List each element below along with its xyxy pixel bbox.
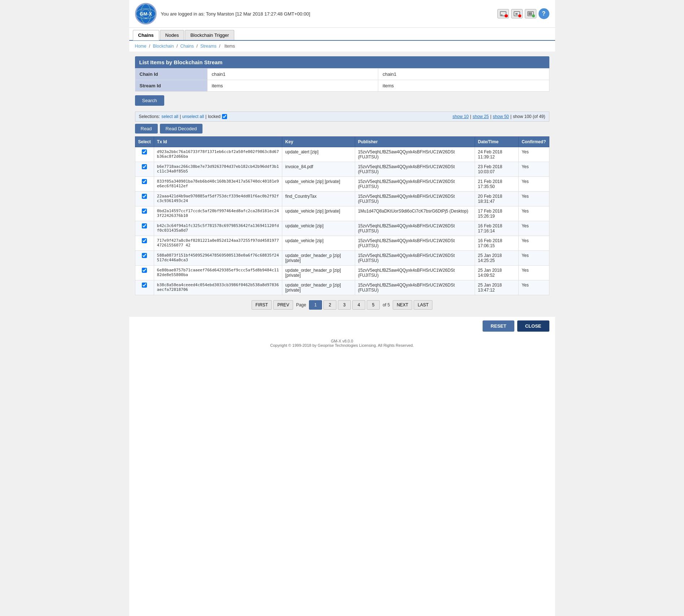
table-row: 0bd2a14597ccf17ccdc5af20bf997464ed8afc2c… <box>135 206 549 221</box>
row-checkbox-cell[interactable] <box>135 251 154 266</box>
row-checkbox-cell[interactable] <box>135 221 154 236</box>
row-confirmed: Yes <box>519 251 549 266</box>
row-checkbox[interactable] <box>142 149 147 154</box>
row-checkbox[interactable] <box>142 238 147 243</box>
table-body: d923a2bbc76a16733f78f1371eb6ccbf2a50fe00… <box>135 147 549 295</box>
page-first-button[interactable]: FIRST <box>252 300 272 310</box>
row-publisher: 15zvV5eqhLfBZ5aw4QQyxk4sBFHSrUC1W26DSt (… <box>355 177 475 192</box>
restore-button[interactable] <box>511 9 523 18</box>
row-checkbox-cell[interactable] <box>135 206 154 221</box>
show-sep1: | <box>470 114 471 119</box>
show10-link[interactable]: show 10 <box>453 114 469 119</box>
row-checkbox[interactable] <box>142 223 147 228</box>
row-checkbox-cell[interactable] <box>135 236 154 251</box>
row-tx-id: 6e80bae0757b71caaeef766d6429385ef9ccc5af… <box>154 266 282 280</box>
show25-link[interactable]: show 25 <box>472 114 489 119</box>
breadcrumb-items: Items <box>225 44 235 49</box>
page-3-button[interactable]: 3 <box>338 300 351 310</box>
row-datetime: 17 Feb 2018 15:26:19 <box>475 206 519 221</box>
page-2-button[interactable]: 2 <box>323 300 336 310</box>
help-button[interactable]: ? <box>539 8 549 19</box>
table-header-row: Select Tx Id Key Publisher Date/Time Con… <box>135 137 549 147</box>
row-key: find_CountryTax <box>282 192 355 206</box>
row-confirmed: Yes <box>519 147 549 162</box>
page-prev-button[interactable]: PREV <box>273 300 293 310</box>
sel-sep2: | <box>205 114 206 119</box>
tab-blockchain-trigger[interactable]: Blockchain Trigger <box>185 30 234 40</box>
page-4-button[interactable]: 4 <box>352 300 365 310</box>
page-of-label: of 5 <box>381 302 391 307</box>
page-5-button[interactable]: 5 <box>367 300 380 310</box>
page-next-button[interactable]: NEXT <box>393 300 412 310</box>
app-version: GM-X v8.0.0 <box>133 339 552 343</box>
row-checkbox[interactable] <box>142 194 147 199</box>
row-checkbox-cell[interactable] <box>135 192 154 206</box>
row-checkbox-cell[interactable] <box>135 177 154 192</box>
table-row: d923a2bbc76a16733f78f1371eb6ccbf2a50fe00… <box>135 147 549 162</box>
stream-id-value2: items <box>378 80 549 92</box>
row-checkbox[interactable] <box>142 253 147 258</box>
unselect-all-link[interactable]: unselect all <box>182 114 204 119</box>
stream-id-value1: items <box>207 80 378 92</box>
row-publisher: 15zvV5eqhLfBZ5aw4QQyxk4sBFHSrUC1W26DSt (… <box>355 251 475 266</box>
show-sep3: | <box>510 114 511 119</box>
row-checkbox-cell[interactable] <box>135 280 154 295</box>
row-datetime: 25 Jan 2018 13:47:12 <box>475 280 519 295</box>
row-checkbox-cell[interactable] <box>135 266 154 280</box>
row-checkbox[interactable] <box>142 179 147 184</box>
section-title: List Items by Blockchain Stream <box>135 56 549 68</box>
breadcrumb-blockchain[interactable]: Blockchain <box>153 44 174 49</box>
reset-button[interactable]: RESET <box>483 320 514 332</box>
header-icons: ? <box>497 8 549 19</box>
row-checkbox[interactable] <box>142 268 147 273</box>
row-tx-id: b38c8a50ea4ceeed4c054ebd3033cb3986f0462b… <box>154 280 282 295</box>
page-1-button[interactable]: 1 <box>309 300 322 310</box>
row-checkbox[interactable] <box>142 164 147 169</box>
breadcrumb-chains[interactable]: Chains <box>180 44 194 49</box>
info-table: Chain Id chain1 chain1 Stream Id items i… <box>135 68 549 92</box>
tab-chains[interactable]: Chains <box>133 30 159 40</box>
selection-bar: Selections: select all | unselect all | … <box>135 112 549 122</box>
row-datetime: 23 Feb 2018 10:03:07 <box>475 162 519 177</box>
row-publisher: 1Mu1d47Q8aDKtUorS9di6oCi7cK7bsrG6DtPj5 (… <box>355 206 475 221</box>
breadcrumb-sep4: / <box>219 44 222 49</box>
row-checkbox[interactable] <box>142 209 147 214</box>
show-sep2: | <box>490 114 491 119</box>
stream-id-row: Stream Id items items <box>135 80 549 92</box>
locked-checkbox[interactable] <box>222 114 227 119</box>
minimize-button[interactable] <box>497 9 509 18</box>
selection-left: Selections: select all | unselect all | … <box>139 114 227 119</box>
row-key: update_order_header_p [zip] [private] <box>282 266 355 280</box>
tab-nodes[interactable]: Nodes <box>160 30 184 40</box>
row-key: update_vehicle [zip] <box>282 236 355 251</box>
row-confirmed: Yes <box>519 280 549 295</box>
row-checkbox[interactable] <box>142 283 147 288</box>
select-all-link[interactable]: select all <box>161 114 178 119</box>
breadcrumb-home[interactable]: Home <box>135 44 147 49</box>
row-key: update_order_header_p [zip] [private] <box>282 280 355 295</box>
maximize-button[interactable] <box>525 9 536 18</box>
breadcrumb-sep1: / <box>149 44 152 49</box>
row-tx-id: 0bd2a14597ccf17ccdc5af20bf997464ed8afc2c… <box>154 206 282 221</box>
row-checkbox-cell[interactable] <box>135 147 154 162</box>
table-row: 833f05a340901ba78eb6bd40c160b383e417a567… <box>135 177 549 192</box>
page-last-button[interactable]: LAST <box>414 300 432 310</box>
footer-buttons: RESET CLOSE <box>129 317 555 335</box>
chain-id-value1: chain1 <box>207 69 378 80</box>
read-decoded-button[interactable]: Read Decoded <box>160 124 203 134</box>
row-checkbox-cell[interactable] <box>135 162 154 177</box>
locked-text: locked <box>208 114 221 119</box>
col-datetime: Date/Time <box>475 137 519 147</box>
close-button[interactable]: CLOSE <box>517 320 549 332</box>
row-key: invoice_84.pdf <box>282 162 355 177</box>
breadcrumb-streams[interactable]: Streams <box>200 44 217 49</box>
logo: GM-X ™ <box>135 3 157 25</box>
table-row: b38c8a50ea4ceeed4c054ebd3033cb3986f0462b… <box>135 280 549 295</box>
show50-link[interactable]: show 50 <box>493 114 509 119</box>
breadcrumb-sep3: / <box>196 44 199 49</box>
search-button[interactable]: Search <box>135 95 164 106</box>
chain-id-label: Chain Id <box>135 69 207 80</box>
read-button[interactable]: Read <box>135 124 158 134</box>
col-confirmed: Confirmed? <box>519 137 549 147</box>
table-row: b6e7718aac266c38be7e73d9263704d37eb182cb… <box>135 162 549 177</box>
